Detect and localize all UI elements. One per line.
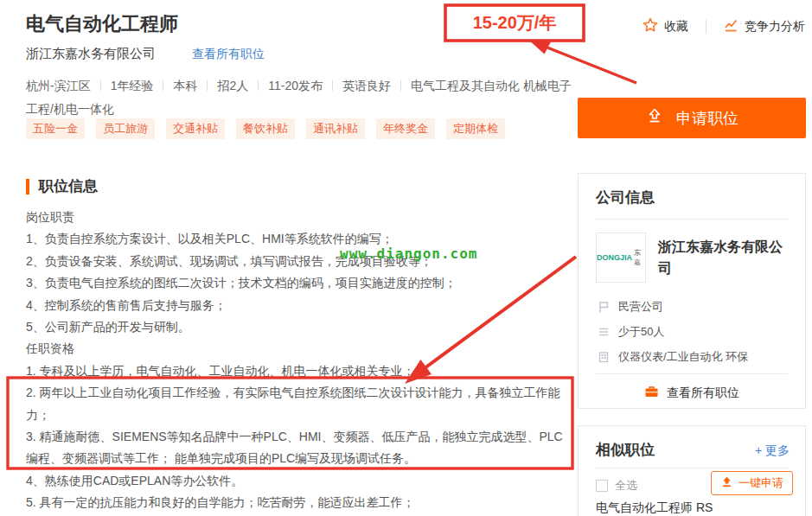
analysis-label: 竞争力分析 [745, 19, 805, 35]
view-all-jobs-link[interactable]: 查看所有职位 [192, 47, 265, 61]
benefit-tag: 定期体检 [446, 118, 505, 139]
more-link[interactable]: + 更多 [755, 443, 790, 459]
company-industry: 仪器仪表/工业自动化 环保 [618, 349, 748, 365]
job-description: 岗位职责 1、负责自控系统方案设计、以及相关PLC、HMI等系统软件的编写； 2… [26, 207, 574, 516]
requirement-line: 4、熟练使用CAD或EPLAN等办公软件。 [26, 470, 574, 492]
meta-publish-date: 11-20发布 [268, 79, 323, 92]
requirements-heading: 任职资格 [26, 338, 574, 360]
star-icon [643, 17, 658, 35]
select-all-checkbox[interactable] [596, 480, 608, 492]
duties-heading: 岗位职责 [26, 207, 574, 228]
favorite-label: 收藏 [664, 19, 688, 35]
benefit-tag: 五险一金 [26, 118, 85, 139]
upload-arrow-icon [720, 475, 733, 491]
select-all-group: 全选 [596, 478, 637, 494]
similar-jobs-title: 相似职位 [596, 440, 655, 460]
requirement-line: 1. 专科及以上学历，电气自动化、工业自动化、机电一体化或相关专业； [26, 360, 574, 382]
duty-line: 4、控制系统的售前售后支持与服务； [26, 295, 574, 316]
job-meta-row: 杭州-滨江区1年经验本科招2人11-20发布英语良好电气工程及其自动化 机械电子… [26, 74, 572, 121]
trend-chart-icon [724, 18, 738, 35]
select-all-label: 全选 [615, 478, 637, 494]
benefit-tag: 员工旅游 [96, 118, 155, 139]
meta-headcount: 招2人 [217, 79, 248, 92]
benefit-tag: 通讯补贴 [306, 118, 365, 139]
meta-education: 本科 [173, 79, 197, 92]
divider [596, 219, 788, 220]
section-accent-bar [26, 179, 29, 194]
company-type: 民营公司 [618, 299, 663, 315]
list-icon [598, 326, 610, 338]
benefit-tag: 年终奖金 [376, 118, 435, 139]
similar-job-item[interactable]: 电气自动化工程师 RS [596, 500, 713, 516]
actions-divider [706, 20, 707, 34]
divider [596, 468, 788, 468]
one-click-apply-label: 一键申请 [738, 475, 783, 491]
meta-language: 英语良好 [342, 79, 391, 92]
logo-text-en: DONGJIA [597, 253, 632, 262]
view-all-jobs-button[interactable]: 查看所有职位 [579, 385, 805, 402]
page-title: 电气自动化工程师 [26, 11, 178, 37]
upload-arrow-icon [645, 106, 664, 130]
similar-jobs-card: 相似职位 + 更多 全选 一键申请 电气自动化工程师 RS [578, 425, 806, 516]
duty-line: 1、负责自控系统方案设计、以及相关PLC、HMI等系统软件的编写； [26, 228, 574, 250]
competitive-analysis-button[interactable]: 竞争力分析 [724, 18, 805, 35]
company-type-row: 民营公司 [598, 299, 663, 315]
duty-line: 2、负责设备安装、系统调试、现场调试，填写调试报告，完成项目验收等； [26, 251, 574, 272]
section-title: 职位信息 [39, 176, 98, 196]
duty-line: 3、负责电气自控系统的图纸二次设计；技术文档的编码，项目实施进度的控制； [26, 272, 574, 294]
job-detail-page: 电气自动化工程师 浙江东嘉水务有限公司查看所有职位 收藏 竞争力分析 杭州-滨江… [0, 0, 812, 516]
logo-text-cn: 东嘉 [634, 248, 645, 267]
top-actions: 收藏 竞争力分析 [643, 17, 805, 35]
briefcase-icon [644, 385, 659, 402]
favorite-button[interactable]: 收藏 [643, 17, 688, 35]
view-all-label: 查看所有职位 [667, 385, 739, 401]
meta-location: 杭州-滨江区 [26, 79, 91, 92]
salary-text: 15-20万/年 [445, 5, 584, 41]
requirement-line: 3. 精通施耐德、SIEMENS等知名品牌中一种PLC、HMI、变频器、低压产品… [26, 426, 574, 470]
flag-icon [598, 301, 610, 313]
company-card-name[interactable]: 浙江东嘉水务有限公司 [658, 236, 795, 279]
divider [596, 373, 788, 374]
watermark-text: www.diangon.com [340, 245, 478, 262]
company-info-card: 公司信息 DONGJIA 东嘉 浙江东嘉水务有限公司 民营公司 少于50人 [578, 173, 806, 409]
requirement-line: 2. 两年以上工业自动化项目工作经验，有实际电气自控系统图纸二次设计设计能力，具… [26, 382, 574, 426]
company-industry-row: 仪器仪表/工业自动化 环保 [598, 349, 748, 365]
one-click-apply-button[interactable]: 一键申请 [711, 471, 793, 495]
company-card-title: 公司信息 [596, 188, 655, 207]
apply-job-button[interactable]: 申请职位 [578, 98, 806, 138]
meta-experience: 1年经验 [111, 79, 154, 92]
company-row: 浙江东嘉水务有限公司查看所有职位 [26, 46, 265, 62]
company-size-row: 少于50人 [598, 324, 664, 340]
company-size: 少于50人 [618, 324, 664, 340]
annotation-arrow-head [528, 40, 551, 54]
benefit-tag: 交通补贴 [166, 118, 225, 139]
building-icon [598, 351, 610, 363]
apply-label: 申请职位 [676, 108, 738, 129]
company-name[interactable]: 浙江东嘉水务有限公司 [26, 46, 156, 61]
company-logo: DONGJIA 东嘉 [596, 233, 646, 283]
benefit-tag: 餐饮补贴 [236, 118, 295, 139]
benefit-tags: 五险一金 员工旅游 交通补贴 餐饮补贴 通讯补贴 年终奖金 定期体检 [26, 118, 505, 139]
duty-line: 5、公司新产品的开发与研制。 [26, 316, 574, 338]
job-info-section-header: 职位信息 [26, 176, 98, 196]
requirement-line: 5. 具有一定的抗压能力和良好的自学能力；吃苦耐劳，能适应出差工作； [26, 492, 574, 513]
